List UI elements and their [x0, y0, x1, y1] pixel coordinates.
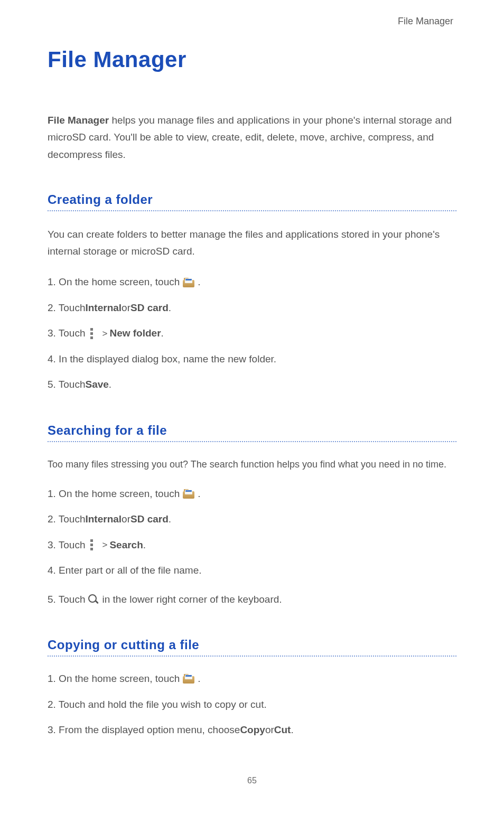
step-text: 1. On the home screen, touch — [48, 486, 180, 502]
file-manager-app-icon — [183, 489, 194, 499]
step-gt: > — [102, 327, 107, 341]
step: 1. On the home screen, touch . — [48, 275, 456, 290]
step: 3. Touch > Search . — [48, 538, 456, 553]
copying-cutting-steps: 1. On the home screen, touch . 2. Touch … — [48, 671, 456, 738]
step-text: . — [291, 723, 293, 738]
heading-copying-cutting: Copying or cutting a file — [48, 638, 456, 652]
step-text: 3. Touch — [48, 538, 85, 553]
step-bold: New folder — [109, 326, 161, 341]
creating-folder-intro: You can create folders to better manage … — [48, 226, 456, 260]
step-text: or — [122, 512, 130, 527]
divider — [48, 441, 456, 442]
step: 2. Touch Internal or SD card . — [48, 512, 456, 527]
step-text: 3. Touch — [48, 326, 85, 341]
step: 2. Touch and hold the file you wish to c… — [48, 697, 456, 713]
search-icon — [88, 594, 99, 605]
searching-file-intro: Too many files stressing you out? The se… — [48, 457, 456, 473]
step-bold: SD card — [130, 301, 169, 316]
step-text: 3. From the displayed option menu, choos… — [48, 723, 240, 738]
step: 4. In the displayed dialog box, name the… — [48, 352, 456, 367]
step: 4. Enter part or all of the file name. — [48, 563, 456, 578]
step: 1. On the home screen, touch . — [48, 486, 456, 502]
overflow-menu-icon — [88, 328, 96, 340]
step-text: 1. On the home screen, touch — [48, 275, 180, 290]
intro-paragraph: File Manager helps you manage files and … — [48, 112, 456, 163]
file-manager-app-icon — [183, 278, 194, 287]
step-text: 5. Touch — [48, 377, 85, 392]
step-text: in the lower right corner of the keyboar… — [102, 592, 282, 607]
step: 3. Touch > New folder . — [48, 326, 456, 341]
step-gt: > — [102, 538, 107, 552]
step-text: . — [198, 671, 200, 687]
step-text: 4. Enter part or all of the file name. — [48, 563, 202, 578]
divider — [48, 656, 456, 657]
heading-creating-folder: Creating a folder — [48, 192, 456, 207]
step-text: . — [109, 377, 111, 392]
step-text: 1. On the home screen, touch — [48, 671, 180, 687]
intro-lead-bold: File Manager — [48, 115, 109, 126]
step: 3. From the displayed option menu, choos… — [48, 723, 456, 738]
step: 5. Touch in the lower right corner of th… — [48, 592, 456, 607]
overflow-menu-icon — [88, 539, 96, 551]
step-text: . — [143, 538, 146, 553]
step: 2. Touch Internal or SD card . — [48, 301, 456, 316]
step-bold: Save — [85, 377, 108, 392]
file-manager-app-icon — [183, 674, 194, 684]
step-text: . — [198, 486, 200, 502]
step-bold: Cut — [274, 723, 291, 738]
step-bold: SD card — [130, 512, 169, 527]
step-text: . — [198, 275, 200, 290]
step-bold: Copy — [240, 723, 265, 738]
step-text: 5. Touch — [48, 592, 85, 607]
running-head: File Manager — [48, 16, 456, 27]
step-text: 2. Touch — [48, 512, 85, 527]
step: 1. On the home screen, touch . — [48, 671, 456, 687]
step-bold: Search — [109, 538, 143, 553]
heading-searching-file: Searching for a file — [48, 423, 456, 438]
step-text: 2. Touch and hold the file you wish to c… — [48, 697, 267, 713]
step: 5. Touch Save . — [48, 377, 456, 392]
step-text: . — [161, 326, 164, 341]
page-number: 65 — [48, 776, 456, 785]
creating-folder-steps: 1. On the home screen, touch . 2. Touch … — [48, 275, 456, 392]
step-text: 2. Touch — [48, 301, 85, 316]
step-text: 4. In the displayed dialog box, name the… — [48, 352, 276, 367]
step-text: or — [265, 723, 274, 738]
step-text: or — [122, 301, 130, 316]
divider — [48, 210, 456, 211]
searching-file-steps: 1. On the home screen, touch . 2. Touch … — [48, 486, 456, 607]
step-bold: Internal — [85, 512, 122, 527]
step-text: . — [169, 512, 171, 527]
page-title: File Manager — [48, 47, 456, 72]
step-text: . — [169, 301, 171, 316]
step-bold: Internal — [85, 301, 122, 316]
